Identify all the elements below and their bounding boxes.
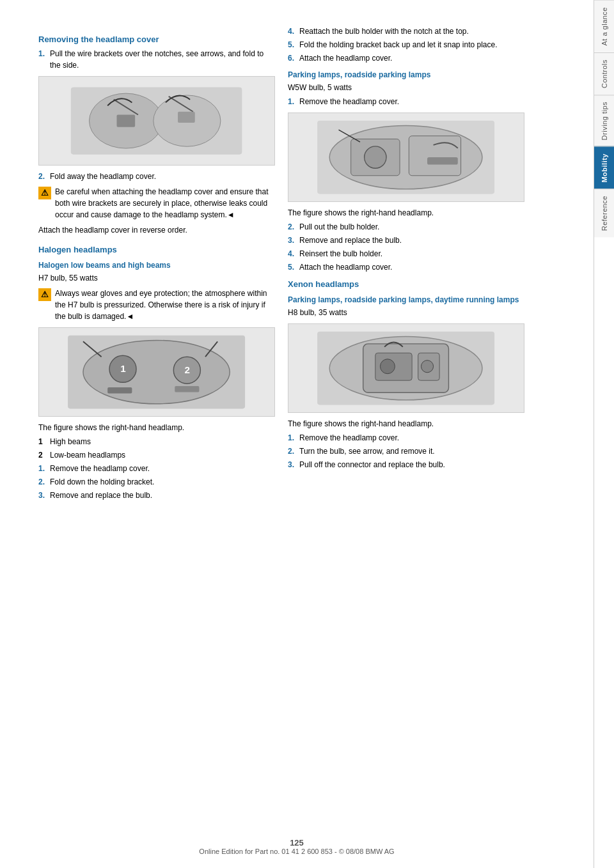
- xenon-headlamp-image: [288, 323, 524, 413]
- svg-text:1: 1: [121, 363, 127, 374]
- halogen-step-3: 3. Remove and replace the bulb.: [38, 490, 275, 501]
- parking-step-5: 5. Attach the headlamp cover.: [288, 261, 524, 273]
- xenon-step-1: 1. Remove the headlamp cover.: [288, 432, 524, 444]
- svg-point-19: [365, 146, 386, 168]
- halogen-low-high-beams-title: Halogen low beams and high beams: [38, 261, 275, 270]
- label-1: 1 High beams: [38, 436, 275, 447]
- sidebar-tab-driving-tips[interactable]: Driving tips: [594, 95, 614, 146]
- headlamp-cover-image: [38, 76, 275, 166]
- parking-step-4: 4. Reinsert the bulb holder.: [288, 248, 524, 260]
- h8-bulb-spec: H8 bulb, 35 watts: [288, 307, 524, 318]
- warning-icon-2: ⚠: [38, 288, 51, 301]
- footer-text: Online Edition for Part no. 01 41 2 600 …: [0, 848, 594, 855]
- sidebar: At a glance Controls Driving tips Mobili…: [594, 0, 614, 868]
- label-2: 2 Low-beam headlamps: [38, 449, 275, 461]
- svg-rect-6: [178, 112, 195, 123]
- right-step-6: 6. Attach the headlamp cover.: [288, 52, 524, 64]
- sidebar-tab-controls[interactable]: Controls: [594, 52, 614, 95]
- svg-rect-18: [409, 136, 461, 176]
- right-step-5: 5. Fold the holding bracket back up and …: [288, 39, 524, 50]
- parking-step-1: 1. Remove the headlamp cover.: [288, 96, 524, 107]
- svg-rect-13: [108, 387, 132, 394]
- left-step-2: 2. Fold away the headlamp cover.: [38, 171, 275, 182]
- svg-point-26: [381, 359, 395, 374]
- left-step-1: 1. Pull the wire brackets over the notch…: [38, 48, 275, 71]
- svg-rect-20: [427, 157, 458, 164]
- figure-caption-2: The figure shows the right-hand headlamp…: [288, 207, 524, 219]
- xenon-parking-lamps-title: Parking lamps, roadside parking lamps, d…: [288, 295, 524, 304]
- parking-lamps-title: Parking lamps, roadside parking lamps: [288, 70, 524, 79]
- sidebar-tab-reference[interactable]: Reference: [594, 189, 614, 237]
- warning-box-1: ⚠ Be careful when attaching the headlamp…: [38, 186, 275, 221]
- right-step-4: 4. Reattach the bulb holder with the not…: [288, 26, 524, 37]
- svg-point-27: [421, 360, 434, 373]
- page-number: 125: [0, 838, 594, 848]
- xenon-headlamps-title: Xenon headlamps: [288, 279, 524, 289]
- h7-bulb-spec: H7 bulb, 55 watts: [38, 272, 275, 284]
- figure-caption-1: The figure shows the right-hand headlamp…: [38, 422, 275, 433]
- halogen-headlamps-title: Halogen headlamps: [38, 245, 275, 254]
- sidebar-tab-at-a-glance[interactable]: At a glance: [594, 0, 614, 52]
- xenon-step-2: 2. Turn the bulb, see arrow, and remove …: [288, 446, 524, 457]
- w5w-bulb-spec: W5W bulb, 5 watts: [288, 82, 524, 93]
- halogen-step-2: 2. Fold down the holding bracket.: [38, 476, 275, 488]
- svg-rect-5: [117, 114, 136, 127]
- xenon-step-3: 3. Pull off the connector and replace th…: [288, 459, 524, 470]
- parking-step-2: 2. Pull out the bulb holder.: [288, 221, 524, 233]
- page-footer: 125 Online Edition for Part no. 01 41 2 …: [0, 838, 594, 855]
- svg-point-8: [83, 340, 230, 403]
- parking-lamp-image: [288, 112, 524, 202]
- warning-icon-1: ⚠: [38, 187, 51, 199]
- parking-step-3: 3. Remove and replace the bulb.: [288, 235, 524, 246]
- attach-note: Attach the headlamp cover in reverse ord…: [38, 224, 275, 236]
- svg-text:2: 2: [185, 364, 191, 375]
- svg-rect-14: [175, 386, 200, 392]
- figure-caption-3: The figure shows the right-hand headlamp…: [288, 418, 524, 430]
- sidebar-tab-mobility[interactable]: Mobility: [594, 146, 614, 189]
- warning-box-2: ⚠ Always wear gloves and eye protection;…: [38, 288, 275, 322]
- removing-headlamp-cover-title: Removing the headlamp cover: [38, 35, 275, 44]
- halogen-step-1: 1. Remove the headlamp cover.: [38, 463, 275, 474]
- halogen-headlamp-image: 1 2: [38, 327, 275, 417]
